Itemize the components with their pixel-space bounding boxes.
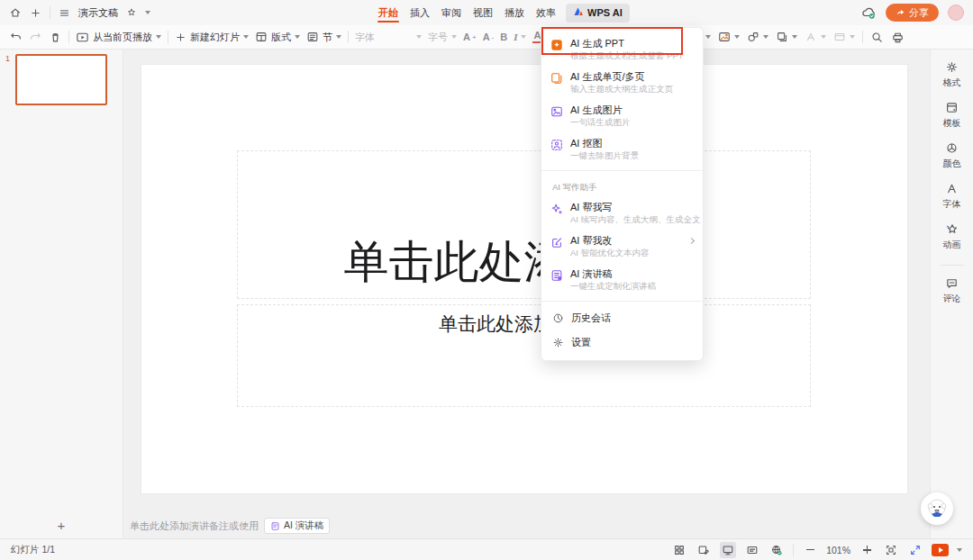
divider [941, 265, 964, 266]
chevron-down-icon [451, 35, 457, 39]
notes-view-icon[interactable] [744, 542, 760, 558]
chevron-down-icon [705, 35, 711, 39]
grid-view-icon[interactable] [671, 542, 687, 558]
right-sidebar: 格式 模板 颜色 字体 动画 评论 [930, 50, 973, 538]
bold-button[interactable]: B [500, 32, 507, 42]
divider [862, 31, 863, 43]
tab-efficiency[interactable]: 效率 [534, 0, 558, 25]
ai-pages-icon [550, 72, 563, 85]
chevron-down-icon[interactable] [145, 11, 150, 14]
titlebar: 演示文稿 开始 插入 审阅 视图 播放 效率 WPS AI 分享 [0, 0, 973, 25]
sidebar-item-animation[interactable]: 动画 [943, 222, 961, 251]
section-button[interactable]: 节 [306, 31, 341, 44]
font-size-select[interactable]: 字号 [428, 31, 457, 44]
menu-item-ai-generate-image[interactable]: AI 生成图片 一句话生成图片 [541, 99, 703, 132]
subtitle-placeholder[interactable]: 单击此处添加副标题 [237, 304, 811, 407]
insert-shape-button[interactable] [747, 31, 768, 43]
zoom-out-button[interactable] [802, 542, 818, 558]
chevron-down-icon [521, 35, 526, 39]
zoom-in-button[interactable] [859, 542, 875, 558]
menu-section-header: AI 写作助手 [541, 176, 703, 196]
fit-to-window-icon[interactable] [883, 542, 899, 558]
menu-item-settings[interactable]: 设置 [541, 330, 703, 355]
undo-icon[interactable] [9, 31, 23, 44]
slide-icon [833, 31, 846, 43]
share-icon [896, 7, 905, 19]
font-family-select[interactable]: 字体 [355, 31, 422, 44]
tab-review[interactable]: 审阅 [440, 0, 463, 25]
arrange-button[interactable] [776, 31, 797, 43]
add-slide-button[interactable]: + [0, 518, 123, 533]
divider [50, 6, 50, 19]
layout-button[interactable]: 版式 [255, 31, 300, 44]
share-button[interactable]: 分享 [886, 4, 939, 22]
increase-font-size-button[interactable]: A+ [463, 32, 477, 42]
notes-bar[interactable]: 单击此处添加演讲备注或使用 AI 演讲稿 [130, 518, 330, 534]
decrease-font-size-button[interactable]: A- [483, 32, 495, 42]
ai-cutout-icon [550, 139, 563, 151]
menu-item-ai-generate-ppt[interactable]: AI 生成 PPT 根据主题或文档生成整套 PPT [541, 32, 703, 66]
sidebar-item-color[interactable]: 颜色 [943, 141, 961, 170]
slide-thumbnail[interactable] [15, 54, 107, 105]
assistant-mascot-button[interactable] [921, 492, 953, 525]
history-clock-icon [552, 312, 564, 324]
play-from-current-button[interactable]: 从当前页播放 [76, 31, 161, 44]
ai-speech-draft-button[interactable]: AI 演讲稿 [264, 518, 330, 534]
slide-master-button[interactable] [833, 31, 855, 43]
new-tab-icon[interactable] [30, 7, 41, 19]
wordart-icon [805, 31, 817, 43]
tab-wps-ai[interactable]: WPS AI [566, 4, 630, 23]
ai-ppt-icon [550, 39, 563, 55]
settings-gear-icon [552, 337, 564, 348]
menu-icon[interactable] [59, 7, 70, 19]
title-placeholder[interactable]: 单击此处添加标题 [237, 150, 811, 299]
star-icon[interactable] [126, 7, 137, 18]
divider [68, 31, 69, 43]
format-painter-icon[interactable] [49, 31, 62, 44]
ribbon-tabs: 开始 插入 审阅 视图 播放 效率 WPS AI [377, 0, 630, 25]
menu-item-ai-help-write[interactable]: AI 帮我写 AI 续写内容、生成大纲、生成全文 [541, 196, 703, 230]
tab-view[interactable]: 视图 [471, 0, 495, 25]
sidebar-item-font[interactable]: 字体 [943, 182, 961, 211]
tab-play[interactable]: 播放 [503, 0, 526, 25]
tab-home[interactable]: 开始 [377, 0, 400, 25]
color-wheel-icon [945, 141, 959, 155]
tab-insert[interactable]: 插入 [408, 0, 432, 25]
menu-item-history[interactable]: 历史会话 [541, 306, 703, 330]
new-slide-button[interactable]: 新建幻灯片 [175, 31, 249, 44]
cloud-sync-icon[interactable] [861, 5, 877, 20]
animation-star-icon [945, 222, 959, 236]
divider [541, 301, 703, 302]
web-preview-icon[interactable] [768, 542, 785, 558]
menu-item-ai-cutout[interactable]: AI 抠图 一键去除图片背景 [541, 132, 703, 166]
start-slideshow-button[interactable] [932, 544, 949, 556]
ai-speech-icon [270, 521, 280, 531]
font-icon [945, 182, 959, 195]
italic-button[interactable]: I [514, 32, 526, 42]
sidebar-item-template[interactable]: 模板 [943, 101, 961, 130]
notes-placeholder-text: 单击此处添加演讲备注或使用 [130, 519, 259, 533]
sidebar-item-comment[interactable]: 评论 [943, 276, 961, 305]
section-icon [306, 31, 319, 43]
chevron-down-icon[interactable] [957, 548, 962, 552]
menu-item-ai-speech-draft[interactable]: AI 演讲稿 一键生成定制化演讲稿 [541, 263, 703, 296]
menu-item-ai-generate-pages[interactable]: AI 生成单页/多页 输入主题或大纲生成正文页 [541, 66, 703, 99]
slide-canvas[interactable]: 单击此处添加标题 单击此处添加副标题 [141, 65, 907, 493]
slide-sorter-icon[interactable] [696, 542, 712, 558]
home-icon[interactable] [9, 6, 22, 19]
zoom-level[interactable]: 101% [826, 545, 850, 555]
normal-view-icon[interactable] [720, 542, 736, 558]
sidebar-item-format[interactable]: 格式 [943, 60, 961, 89]
ai-speech-draft-icon [550, 269, 563, 282]
template-icon [945, 101, 959, 114]
layers-icon [776, 31, 788, 43]
avatar[interactable] [948, 5, 964, 21]
menu-item-ai-help-edit[interactable]: AI 帮我改 AI 智能优化文本内容 [541, 230, 703, 263]
fullscreen-icon[interactable] [907, 542, 923, 558]
print-icon[interactable] [891, 31, 905, 44]
insert-image-button[interactable] [718, 31, 740, 43]
redo-icon[interactable] [29, 31, 42, 44]
wordart-button[interactable] [805, 31, 826, 43]
ai-write-sparkle-icon [550, 203, 563, 215]
search-icon[interactable] [870, 31, 884, 44]
